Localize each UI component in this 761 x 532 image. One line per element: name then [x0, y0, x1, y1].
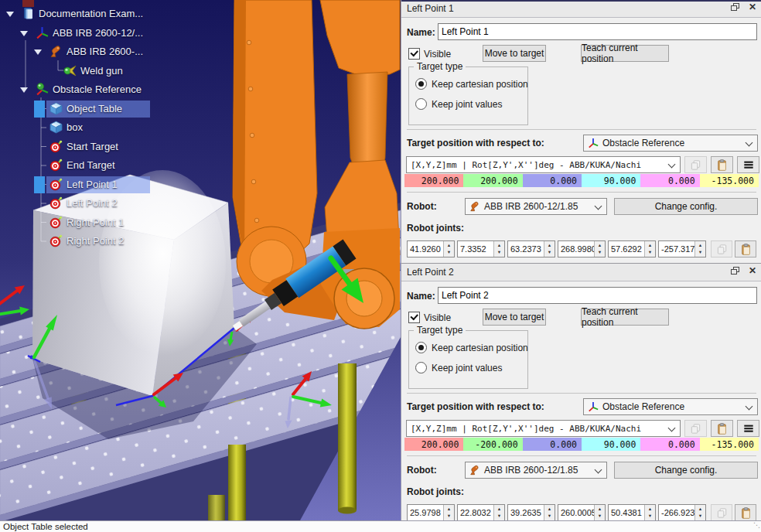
close-icon[interactable]: ✕	[749, 2, 756, 12]
pose-value-6[interactable]: -135.000	[700, 174, 759, 187]
spinner-arrows-icon[interactable]: ▲▼	[594, 505, 605, 520]
paste-button[interactable]	[735, 504, 756, 521]
tree-item-start-target[interactable]: Start Target	[0, 138, 401, 155]
tree-item-right-point-2[interactable]: Right Point 2	[0, 233, 401, 250]
change-config-button[interactable]: Change config.	[614, 462, 758, 479]
spinner-arrows-icon[interactable]: ▲▼	[493, 505, 504, 520]
copy-button[interactable]	[684, 420, 707, 437]
joint-1-spinbox[interactable]: 41.9260▲▼	[407, 240, 455, 257]
copy-button[interactable]	[711, 504, 732, 521]
separator	[407, 455, 756, 456]
menu-button[interactable]	[737, 156, 759, 173]
name-input[interactable]	[438, 287, 757, 304]
pose-format-value: [X,Y,Z]mm | Rot[Z,Y',X'']deg - ABB/KUKA/…	[411, 160, 641, 170]
joint-5-spinbox[interactable]: 50.4381▲▼	[608, 504, 656, 521]
pose-value-4[interactable]: 90.000	[582, 174, 640, 187]
paste-button[interactable]	[735, 240, 756, 257]
float-window-icon[interactable]	[731, 3, 739, 11]
spinner-arrows-icon[interactable]: ▲▼	[544, 505, 555, 520]
joint-6-spinbox[interactable]: -257.317▲▼	[658, 240, 706, 257]
tree-item-box[interactable]: box	[0, 119, 401, 136]
tree-item-left-point-2[interactable]: Left Point 2	[0, 195, 401, 212]
paste-button[interactable]	[711, 156, 733, 173]
spinner-arrows-icon[interactable]: ▲▼	[594, 241, 605, 257]
reference-frame-icon	[588, 401, 599, 412]
keep-joint-values-radio[interactable]	[415, 362, 427, 373]
chevron-down-icon	[668, 425, 676, 432]
panel-titlebar[interactable]: Left Point 2 ✕	[401, 264, 761, 281]
spinner-arrows-icon[interactable]: ▲▼	[493, 241, 504, 257]
pose-value-3[interactable]: 0.000	[523, 438, 582, 451]
keep-cartesian-radio[interactable]	[415, 342, 427, 353]
robot-icon	[469, 201, 480, 212]
joint-1-spinbox[interactable]: 25.9798▲▼	[407, 504, 455, 521]
joint-5-spinbox[interactable]: 57.6292▲▼	[608, 240, 656, 257]
pose-value-5[interactable]: 0.000	[640, 438, 699, 451]
resize-grip-icon[interactable]: ⋱	[753, 521, 760, 529]
pose-value-6[interactable]: -135.000	[700, 438, 759, 451]
joint-4-spinbox[interactable]: 268.9980▲▼	[558, 240, 606, 257]
robot-combobox[interactable]: ABB IRB 2600-12/1.85	[465, 462, 607, 479]
pose-value-3[interactable]: 0.000	[523, 174, 582, 187]
menu-button[interactable]	[737, 420, 759, 437]
tree-item-weld-gun[interactable]: Weld gun	[0, 63, 401, 80]
visible-checkbox[interactable]	[408, 48, 420, 60]
teach-current-position-button[interactable]: Teach current position	[581, 309, 669, 326]
pose-value-1[interactable]: 200.000	[404, 174, 463, 187]
tree-item-obstacle-reference[interactable]: Obstacle Reference	[0, 81, 401, 98]
robot-combobox[interactable]: ABB IRB 2600-12/1.85	[465, 198, 607, 215]
copy-button[interactable]	[684, 156, 707, 173]
pose-value-2[interactable]: -200.000	[463, 438, 522, 451]
tree-item-abb-irb-2600[interactable]: ABB IRB 2600-...	[0, 43, 401, 60]
tree-item-left-point-1[interactable]: Left Point 1	[0, 176, 401, 193]
panel-titlebar[interactable]: Left Point 1 ✕	[401, 0, 761, 18]
expand-arrow-icon[interactable]	[20, 31, 28, 36]
joint-2-value: 7.3352	[458, 241, 493, 257]
name-input[interactable]	[438, 23, 757, 40]
3d-viewport[interactable]: Documentation Exam...ABB IRB 2600-12/...…	[0, 0, 401, 520]
keep-cartesian-radio[interactable]	[415, 78, 427, 90]
joint-6-spinbox[interactable]: -266.923▲▼	[658, 504, 706, 521]
tree-item-abb-irb-2600-12[interactable]: ABB IRB 2600-12/...	[0, 25, 401, 42]
tree-item-end-target[interactable]: End Target	[0, 157, 401, 174]
spinner-arrows-icon[interactable]: ▲▼	[443, 505, 454, 520]
reference-combobox[interactable]: Obstacle Reference	[583, 398, 758, 415]
visible-checkbox[interactable]	[408, 312, 420, 323]
copy-icon	[690, 423, 701, 435]
copy-button[interactable]	[711, 240, 732, 257]
joint-2-spinbox[interactable]: 7.3352▲▼	[457, 240, 505, 257]
paste-button[interactable]	[711, 420, 733, 437]
spinner-arrows-icon[interactable]: ▲▼	[644, 241, 655, 257]
joint-4-spinbox[interactable]: 260.0005▲▼	[558, 504, 606, 521]
pose-value-1[interactable]: 200.000	[404, 438, 463, 451]
expand-arrow-icon[interactable]	[34, 49, 42, 55]
joint-3-spinbox[interactable]: 63.2373▲▼	[507, 240, 555, 257]
spinner-arrows-icon[interactable]: ▲▼	[694, 505, 705, 520]
pose-value-5[interactable]: 0.000	[640, 174, 699, 187]
pose-format-combobox[interactable]: [X,Y,Z]mm | Rot[Z,Y',X'']deg - ABB/KUKA/…	[406, 420, 681, 437]
move-to-target-button[interactable]: Move to target	[483, 309, 546, 326]
reference-combobox[interactable]: Obstacle Reference	[583, 135, 758, 152]
joint-2-spinbox[interactable]: 22.8032▲▼	[457, 504, 505, 521]
pose-format-combobox[interactable]: [X,Y,Z]mm | Rot[Z,Y',X'']deg - ABB/KUKA/…	[406, 156, 681, 173]
tree-item-object-table[interactable]: Object Table	[0, 101, 401, 118]
spinner-arrows-icon[interactable]: ▲▼	[644, 505, 655, 520]
spinner-arrows-icon[interactable]: ▲▼	[443, 241, 454, 257]
pose-value-4[interactable]: 90.000	[582, 438, 640, 451]
teach-current-position-button[interactable]: Teach current position	[581, 45, 669, 62]
move-to-target-button[interactable]: Move to target	[483, 45, 546, 62]
expand-arrow-icon[interactable]	[20, 87, 28, 93]
joint-3-spinbox[interactable]: 39.2635▲▼	[507, 504, 555, 521]
robot-joints-row: 25.9798▲▼22.8032▲▼39.2635▲▼260.0005▲▼50.…	[407, 504, 756, 521]
float-window-icon[interactable]	[731, 267, 739, 275]
pose-value-2[interactable]: 200.000	[463, 174, 522, 187]
tree-item-documentation-exam[interactable]: Documentation Exam...	[0, 5, 401, 22]
change-config-button[interactable]: Change config.	[614, 198, 758, 215]
spinner-arrows-icon[interactable]: ▲▼	[544, 241, 555, 257]
tree-item-right-point-1[interactable]: Right Point 1	[0, 214, 401, 231]
expand-arrow-icon[interactable]	[6, 12, 14, 17]
target-type-group: Target type Keep cartesian position Keep…	[408, 330, 528, 389]
spinner-arrows-icon[interactable]: ▲▼	[694, 241, 705, 257]
keep-joint-values-radio[interactable]	[415, 98, 427, 110]
close-icon[interactable]: ✕	[749, 266, 756, 275]
